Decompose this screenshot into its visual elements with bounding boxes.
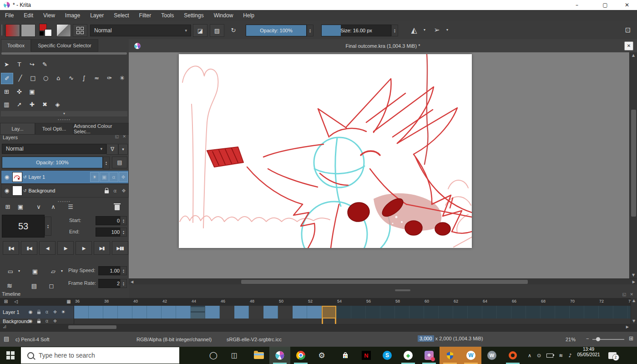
- timeline-horizontal-scrollbar[interactable]: ◿ ▶: [0, 324, 631, 330]
- frame-scope-button[interactable]: ▭: [5, 266, 16, 277]
- menu-edit[interactable]: Edit: [19, 10, 38, 21]
- mirror-horizontal-button[interactable]: ◭: [407, 24, 421, 36]
- menu-view[interactable]: View: [38, 10, 60, 21]
- add-duplicate-frame-button[interactable]: ▣: [15, 201, 26, 212]
- bezier-curve-tool[interactable]: ∫: [78, 73, 90, 83]
- toolbar-grip[interactable]: [1, 25, 5, 35]
- dynamic-brush-tool[interactable]: ✑: [104, 73, 115, 83]
- frame-rate-value[interactable]: 2: [98, 279, 123, 288]
- alpha-lock-icon[interactable]: α: [43, 319, 51, 324]
- layer-opacity-slider[interactable]: Opacity: 100%: [2, 157, 103, 168]
- scroll-up-icon[interactable]: ▲: [632, 299, 635, 303]
- tab-tool-options[interactable]: Tool Opti...: [35, 123, 73, 135]
- action-center[interactable]: 2: [606, 347, 623, 364]
- line-tool[interactable]: ╱: [15, 73, 26, 83]
- layer-properties-button[interactable]: ▤: [112, 157, 127, 168]
- frame-cell-47[interactable]: [234, 306, 249, 318]
- sims-button[interactable]: ◆: [398, 347, 419, 364]
- blending-mode-dropdown[interactable]: Normal ▾: [90, 25, 191, 36]
- zoom-out-icon[interactable]: −: [586, 336, 589, 341]
- start-button[interactable]: [0, 347, 21, 364]
- render-animation-button[interactable]: ▤: [28, 280, 40, 291]
- current-frame-display[interactable]: 53: [2, 215, 45, 238]
- end-value[interactable]: 100: [96, 228, 123, 237]
- windscribe-button[interactable]: W: [481, 347, 502, 364]
- zoom-slider-knob[interactable]: [596, 337, 600, 341]
- frame-spinner[interactable]: ▴▾: [45, 217, 51, 236]
- menu-help[interactable]: Help: [238, 10, 259, 21]
- frame-cell-48[interactable]: [249, 306, 263, 318]
- menu-tools[interactable]: Tools: [156, 10, 179, 21]
- frame-cell-45[interactable]: [205, 306, 220, 318]
- timeline-zoom-handle[interactable]: ◿: [0, 325, 9, 329]
- scrollbar-thumb[interactable]: [241, 280, 528, 284]
- close-button[interactable]: ✕: [617, 0, 637, 10]
- tray-expand-icon[interactable]: ∧: [528, 353, 531, 358]
- gradient-tool[interactable]: ▥: [1, 99, 12, 110]
- animation-settings-button[interactable]: ☰: [65, 201, 76, 212]
- close-docker-icon[interactable]: ✕: [122, 135, 126, 139]
- menu-select[interactable]: Select: [109, 10, 134, 21]
- tab-advanced-colour-selector[interactable]: Advanced Colour Selec...: [73, 123, 129, 135]
- maximize-button[interactable]: ▢: [595, 0, 615, 10]
- taskbar-search[interactable]: Type here to search: [21, 347, 179, 364]
- scroll-right-icon[interactable]: ▶: [626, 325, 629, 329]
- frame-cell-38[interactable]: [103, 306, 118, 318]
- timeline-settings-icon[interactable]: ▦: [65, 299, 73, 304]
- rectangle-tool[interactable]: □: [27, 73, 39, 83]
- play-button[interactable]: ▶: [57, 241, 74, 255]
- scroll-right-icon[interactable]: ▶: [632, 280, 635, 284]
- brush-preset-button[interactable]: [56, 24, 71, 37]
- empty-frame-caret[interactable]: ▾: [59, 266, 65, 277]
- timeline-ruler[interactable]: ⊞ ◁ ▦ 3638404244464850525456586062646668…: [0, 298, 631, 306]
- gallery-app-button[interactable]: ❖: [419, 347, 440, 364]
- freehand-brush-tool[interactable]: ✐: [1, 73, 13, 84]
- frame-cell-50[interactable]: [278, 306, 293, 318]
- origin-button[interactable]: [502, 347, 523, 364]
- frame-cell-36[interactable]: [74, 306, 89, 318]
- menu-layer[interactable]: Layer: [85, 10, 109, 21]
- netflix-button[interactable]: N: [356, 347, 377, 364]
- crop-tool[interactable]: ▣: [26, 86, 38, 97]
- preserve-alpha-button[interactable]: ▨: [210, 24, 224, 37]
- calligraphy-tool[interactable]: ✎: [39, 59, 51, 70]
- float-docker-icon[interactable]: ◱: [622, 293, 626, 297]
- tray-app-icon[interactable]: ⊙: [537, 353, 541, 358]
- gradient-swatch[interactable]: [5, 24, 20, 37]
- play-speed-spinner[interactable]: ▴▾: [120, 266, 127, 275]
- foreground-background-colors[interactable]: [39, 24, 53, 36]
- current-frame-cell[interactable]: [322, 306, 336, 318]
- splitter-grip[interactable]: [395, 289, 410, 291]
- size-spinner[interactable]: ▴▾: [391, 25, 398, 36]
- task-view-button[interactable]: ◫: [224, 347, 245, 364]
- docker-grip[interactable]: ••••••: [0, 117, 129, 121]
- previous-frame-button[interactable]: ◀: [39, 241, 56, 255]
- frame-cell-43[interactable]: [176, 306, 191, 318]
- start-value[interactable]: 0: [96, 216, 123, 225]
- layer-blending-dropdown[interactable]: Normal ▾: [2, 144, 106, 154]
- toolbox-scrollbar[interactable]: [1, 52, 127, 55]
- timeline-audio-icon[interactable]: ◁: [12, 299, 20, 304]
- w-app-button[interactable]: W: [460, 347, 481, 364]
- add-blank-frame-button[interactable]: ⊞: [2, 201, 14, 212]
- alpha-lock-icon[interactable]: α: [111, 186, 119, 195]
- frame-rate-spinner[interactable]: ▴▾: [120, 279, 127, 288]
- brush-editor-button[interactable]: [73, 24, 87, 37]
- end-spinner[interactable]: ▴▾: [120, 228, 127, 237]
- smart-patch-tool[interactable]: ✚: [26, 99, 38, 110]
- decorations-icon[interactable]: ❖: [51, 310, 59, 314]
- frame-cell-37[interactable]: [89, 306, 103, 318]
- alpha-lock-icon[interactable]: α: [43, 310, 51, 314]
- canvas-vertical-scrollbar[interactable]: ▲ ▼: [629, 52, 637, 278]
- menu-window[interactable]: Window: [209, 10, 238, 21]
- frame-cell-42[interactable]: [162, 306, 176, 318]
- scrollbar-thumb[interactable]: [631, 110, 636, 217]
- brush-preset-icon[interactable]: ▤: [4, 336, 9, 342]
- security-app-button[interactable]: [440, 347, 460, 364]
- visibility-eye-icon[interactable]: ◉: [26, 310, 35, 314]
- timeline-layer-header[interactable]: Background ◉ α ❖: [0, 318, 74, 324]
- decorations-icon[interactable]: ❖: [119, 172, 128, 182]
- select-shapes-tool[interactable]: ➤: [1, 59, 12, 70]
- scroll-up-icon[interactable]: ▲: [632, 54, 635, 57]
- jump-to-end-button[interactable]: ▶▮▮: [112, 241, 128, 255]
